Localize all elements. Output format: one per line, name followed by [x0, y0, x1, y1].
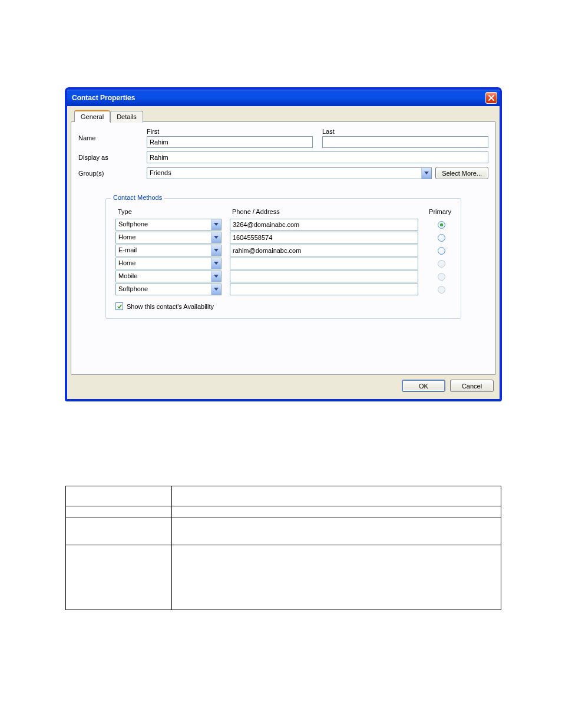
- show-availability-label: Show this contact's Availability: [127, 303, 214, 310]
- table-row: [66, 518, 501, 545]
- groups-label: Group(s): [78, 170, 143, 177]
- primary-radio: [438, 286, 445, 294]
- close-button[interactable]: [485, 92, 497, 104]
- chevron-down-icon: [214, 262, 219, 265]
- contact-method-row: Softphone: [115, 219, 451, 230]
- first-label: First: [147, 128, 313, 135]
- last-label: Last: [322, 128, 488, 135]
- display-as-input[interactable]: [147, 151, 488, 163]
- primary-radio: [438, 273, 445, 281]
- groups-row: Group(s) Friends Select More...: [78, 167, 488, 179]
- contact-value-input[interactable]: [230, 219, 418, 230]
- show-availability-row: Show this contact's Availability: [115, 302, 451, 310]
- contact-type-combo[interactable]: Home: [115, 232, 222, 243]
- primary-header: Primary: [427, 208, 451, 215]
- checkmark-icon: [117, 304, 123, 309]
- type-header: Type: [115, 208, 222, 215]
- contact-method-row: Home: [115, 258, 451, 269]
- primary-radio[interactable]: [438, 221, 445, 229]
- chevron-down-icon: [214, 249, 219, 252]
- contact-type-value: Softphone: [116, 284, 211, 295]
- tabstrip: General Details: [74, 110, 496, 121]
- last-input[interactable]: [322, 136, 488, 148]
- cancel-button[interactable]: Cancel: [450, 380, 494, 392]
- select-more-button[interactable]: Select More...: [435, 167, 488, 179]
- name-label: Name: [78, 134, 143, 141]
- phone-address-header: Phone / Address: [230, 208, 418, 215]
- contact-type-dropdown[interactable]: [211, 258, 221, 269]
- contact-value-input[interactable]: [230, 271, 418, 282]
- contact-type-dropdown[interactable]: [211, 219, 221, 230]
- contact-type-dropdown[interactable]: [211, 271, 221, 282]
- contact-value-input[interactable]: [230, 232, 418, 243]
- help-table: [65, 486, 501, 610]
- chevron-down-icon: [214, 288, 219, 291]
- contact-methods-header: Type Phone / Address Primary: [115, 208, 451, 215]
- contact-type-value: Home: [116, 232, 211, 243]
- ok-button[interactable]: OK: [402, 380, 445, 392]
- contact-method-row: Home: [115, 232, 451, 243]
- contact-method-row: Softphone: [115, 284, 451, 295]
- primary-radio: [438, 260, 445, 268]
- contact-type-dropdown[interactable]: [211, 284, 221, 295]
- contact-type-value: Mobile: [116, 271, 211, 282]
- name-row: Name First Last: [78, 128, 488, 148]
- contact-methods-group: Contact Methods Type Phone / Address Pri…: [105, 198, 461, 319]
- table-row: [66, 545, 501, 610]
- contact-method-row: Mobile: [115, 271, 451, 282]
- dialog-client: General Details Name First Last: [67, 106, 500, 399]
- display-as-label: Display as: [78, 154, 143, 161]
- groups-combo-value: Friends: [147, 168, 421, 179]
- contact-type-dropdown[interactable]: [211, 245, 221, 256]
- contact-properties-dialog: Contact Properties General Details Name …: [65, 88, 501, 401]
- contact-type-value: Home: [116, 258, 211, 269]
- contact-type-combo[interactable]: Softphone: [115, 284, 222, 295]
- chevron-down-icon: [214, 223, 219, 226]
- table-row: [66, 506, 501, 518]
- contact-type-combo[interactable]: Mobile: [115, 271, 222, 282]
- contact-type-combo[interactable]: E-mail: [115, 245, 222, 256]
- primary-radio[interactable]: [438, 247, 445, 255]
- titlebar[interactable]: Contact Properties: [67, 90, 500, 106]
- chevron-down-icon: [214, 236, 219, 239]
- table-row: [66, 486, 501, 506]
- groups-combo[interactable]: Friends: [147, 167, 432, 179]
- contact-value-input[interactable]: [230, 258, 418, 269]
- contact-type-value: E-mail: [116, 245, 211, 256]
- groups-combo-dropdown[interactable]: [421, 168, 431, 179]
- contact-value-input[interactable]: [230, 284, 418, 295]
- display-as-row: Display as: [78, 151, 488, 163]
- close-icon: [488, 94, 495, 101]
- tab-general[interactable]: General: [74, 110, 110, 122]
- primary-radio[interactable]: [438, 234, 445, 242]
- contact-type-combo[interactable]: Softphone: [115, 219, 222, 230]
- contact-methods-legend: Contact Methods: [111, 194, 164, 201]
- contact-type-value: Softphone: [116, 219, 211, 230]
- chevron-down-icon: [424, 172, 429, 175]
- contact-value-input[interactable]: [230, 245, 418, 256]
- tab-details[interactable]: Details: [110, 111, 143, 123]
- chevron-down-icon: [214, 275, 219, 278]
- dialog-title: Contact Properties: [72, 94, 135, 102]
- first-input[interactable]: [147, 136, 313, 148]
- show-availability-checkbox[interactable]: [115, 302, 123, 310]
- dialog-actions: OK Cancel: [71, 375, 496, 393]
- contact-type-dropdown[interactable]: [211, 232, 221, 243]
- contact-type-combo[interactable]: Home: [115, 258, 222, 269]
- contact-method-row: E-mail: [115, 245, 451, 256]
- tab-panel-general: Name First Last Display as Group(: [71, 121, 496, 375]
